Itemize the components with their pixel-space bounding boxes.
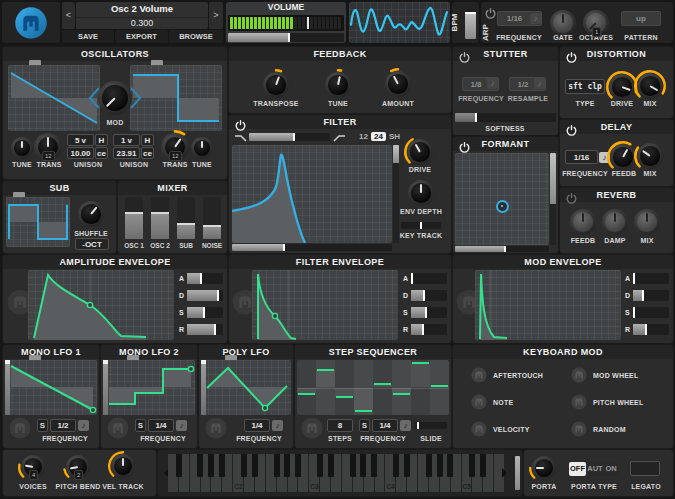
mod-S-slider[interactable]: [633, 307, 669, 318]
distortion-type-value[interactable]: sft clp: [565, 79, 605, 94]
poly-lfo-sync-icon[interactable]: [272, 420, 283, 431]
patch-prev-button[interactable]: <: [62, 2, 75, 29]
lfo1-amplitude-handle[interactable]: [5, 360, 10, 415]
filter-pole-sh-button[interactable]: SH: [387, 132, 402, 141]
piano-keyboard[interactable]: C2C3C4C5: [168, 450, 505, 496]
step-sequencer-sync-icon[interactable]: [400, 420, 411, 431]
mixer-slider[interactable]: [203, 197, 221, 239]
browse-button[interactable]: BROWSE: [169, 30, 223, 43]
lfo2-waveform-display[interactable]: [103, 360, 195, 415]
lfo2-seconds-button[interactable]: S: [135, 419, 146, 432]
step-sequencer-steps-value[interactable]: 8: [327, 419, 353, 432]
filter-pole-24-button[interactable]: 24: [371, 132, 386, 141]
legato-toggle[interactable]: [630, 461, 660, 476]
feedback-transpose-knob[interactable]: [263, 72, 289, 98]
distortion-mix-knob[interactable]: [637, 73, 663, 99]
black-key[interactable]: [328, 454, 334, 477]
reverb-mix-knob[interactable]: [634, 209, 660, 235]
amplitude-envelope-display[interactable]: [28, 270, 174, 340]
poly-lfo-amplitude-handle[interactable]: [201, 360, 206, 415]
distortion-drive-knob[interactable]: [609, 74, 635, 100]
osc-mod-knob[interactable]: [98, 81, 132, 115]
arp-pattern-value[interactable]: up: [621, 11, 661, 26]
black-key[interactable]: [371, 454, 377, 477]
reverb-power-icon[interactable]: [566, 190, 577, 201]
delay-frequency-value[interactable]: 1/16: [565, 150, 598, 164]
keyboard-scrollbar[interactable]: [515, 456, 520, 490]
black-key[interactable]: [176, 454, 182, 477]
patch-display[interactable]: Osc 2 Volume 0.300: [76, 2, 208, 29]
porta-knob[interactable]: [532, 456, 556, 480]
save-button[interactable]: SAVE: [62, 30, 114, 43]
lfo1-frequency-value[interactable]: 1/2: [50, 419, 76, 432]
step-sequencer-slide-slider[interactable]: [415, 422, 447, 429]
mod-source-icon[interactable]: [571, 394, 587, 410]
black-key[interactable]: [208, 454, 214, 477]
arp-frequency-sync-icon[interactable]: [530, 13, 541, 24]
arp-power-icon[interactable]: [485, 5, 496, 16]
sub-shuffle-knob[interactable]: [78, 201, 104, 227]
export-button[interactable]: EXPORT: [115, 30, 168, 43]
osc2-unison-detune[interactable]: 23.91: [113, 147, 140, 159]
osc1-tune-knob[interactable]: [11, 137, 33, 159]
stutter-power-icon[interactable]: [459, 49, 470, 60]
formant-y-slider[interactable]: [550, 153, 556, 245]
filter-blend-slider[interactable]: [249, 133, 330, 141]
black-key[interactable]: [469, 454, 475, 477]
black-key[interactable]: [219, 454, 225, 477]
filter-response-display[interactable]: [232, 145, 392, 243]
mixer-slider[interactable]: [151, 197, 169, 239]
mod-envelope-display[interactable]: [475, 270, 621, 340]
reverb-damp-knob[interactable]: [602, 209, 628, 235]
delay-mix-knob[interactable]: [637, 143, 663, 169]
step-sequencer-seconds-button[interactable]: S: [359, 419, 370, 432]
black-key[interactable]: [393, 454, 399, 477]
mod-source-icon[interactable]: [471, 367, 487, 383]
sub-octave-button[interactable]: -OCT: [75, 238, 109, 250]
porta-type-off-button[interactable]: OFF: [569, 462, 586, 476]
black-key[interactable]: [252, 454, 258, 477]
filter-R-slider[interactable]: [411, 324, 447, 335]
black-key[interactable]: [317, 454, 323, 477]
lfo2-amplitude-handle[interactable]: [103, 360, 108, 415]
black-key[interactable]: [360, 454, 366, 477]
black-key[interactable]: [426, 454, 432, 477]
mod-D-slider[interactable]: [633, 290, 669, 301]
osc2-unison-voices[interactable]: 1 v: [113, 134, 140, 146]
black-key[interactable]: [350, 454, 356, 477]
volume-slider[interactable]: [228, 33, 344, 42]
amplitude-D-slider[interactable]: [187, 290, 223, 301]
sub-waveform-display[interactable]: [6, 197, 70, 247]
stutter-frequency-sync-icon[interactable]: [487, 78, 498, 89]
feedback-amount-knob[interactable]: [385, 71, 411, 97]
black-key[interactable]: [404, 454, 410, 477]
keyboard-scroll-right-icon[interactable]: [502, 468, 512, 478]
filter-drive-knob[interactable]: [407, 139, 433, 165]
bpm-slider[interactable]: [465, 6, 476, 39]
black-key[interactable]: [447, 454, 453, 477]
black-key[interactable]: [295, 454, 301, 477]
mod-source-icon[interactable]: [471, 421, 487, 437]
filter-cutoff-slider[interactable]: [232, 244, 392, 251]
porta-type-auto-button[interactable]: AUT: [587, 462, 603, 476]
mod-R-slider[interactable]: [633, 324, 669, 335]
filter-power-icon[interactable]: [235, 117, 246, 128]
mod-A-slider[interactable]: [633, 273, 669, 284]
distortion-power-icon[interactable]: [566, 49, 577, 60]
lfo1-seconds-button[interactable]: S: [37, 419, 48, 432]
stutter-softness-slider[interactable]: [455, 113, 556, 122]
patch-next-button[interactable]: >: [209, 2, 223, 29]
mixer-slider[interactable]: [125, 197, 143, 239]
filter-pole-12-button[interactable]: 12: [357, 132, 370, 141]
filter-resonance-slider[interactable]: [393, 145, 399, 243]
amplitude-A-slider[interactable]: [187, 273, 223, 284]
mod-source-icon[interactable]: [471, 394, 487, 410]
osc1-waveform-display[interactable]: [8, 65, 100, 131]
filter-D-slider[interactable]: [411, 290, 447, 301]
mod-source-icon[interactable]: [571, 421, 587, 437]
osc2-waveform-display[interactable]: [130, 65, 222, 131]
patch-name[interactable]: Osc 2 Volume: [76, 3, 208, 17]
lfo2-sync-icon[interactable]: [176, 420, 187, 431]
vel-track-knob[interactable]: [111, 454, 135, 478]
filter-S-slider[interactable]: [411, 307, 447, 318]
